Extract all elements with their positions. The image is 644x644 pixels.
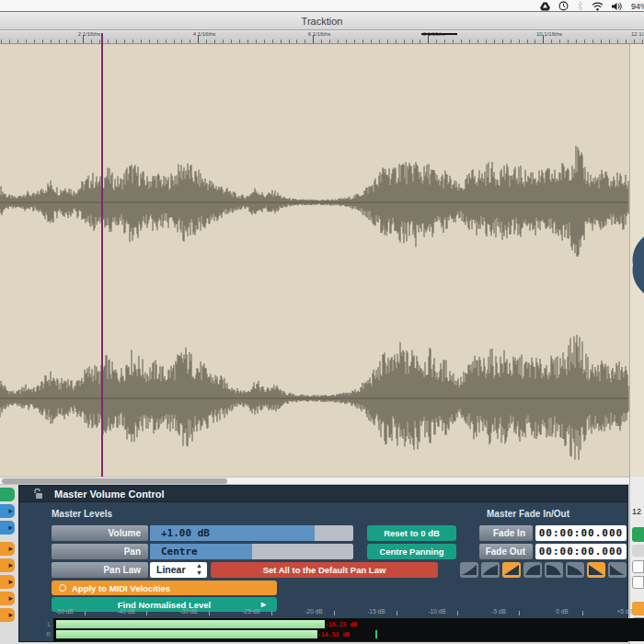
waveform-channel-1 [0, 146, 628, 257]
meter-right-label: R [41, 631, 51, 638]
ruler-minor-tick [329, 40, 330, 43]
sidebar-button-orange[interactable] [632, 602, 644, 615]
sidebar-field-white[interactable] [632, 576, 644, 589]
fade-in-smooth-icon [481, 562, 500, 578]
fade-in-linear-icon [502, 562, 521, 578]
db-scale-tick [85, 611, 86, 615]
db-scale-label: -5 dB [491, 608, 506, 615]
ruler-minor-tick [551, 40, 552, 43]
unlock-icon[interactable] [34, 488, 44, 500]
db-scale-tick [397, 611, 397, 615]
horizontal-scrollbar[interactable] [0, 477, 629, 485]
ruler-minor-tick [601, 40, 602, 43]
master-fade-label: Master Fade In/Out [487, 509, 569, 519]
clip-button-orange[interactable]: ▸ [0, 608, 15, 622]
timeline-ruler[interactable]: 2 1/16ths4 1/16ths6 1/16ths8 1/16ths10 1… [0, 31, 644, 44]
ruler-minor-tick [247, 40, 248, 43]
db-scale-label: -25 dB [242, 608, 259, 615]
fade-out-linear-button[interactable] [587, 562, 605, 578]
clip-button-orange[interactable]: ▸ [0, 542, 15, 556]
clip-button-orange[interactable]: ▸ [0, 575, 15, 589]
db-scale-label: -10 dB [428, 608, 445, 615]
collapsed-panel-tab-icon[interactable] [630, 236, 644, 293]
ruler-minor-tick [281, 40, 282, 43]
centre-panning-button[interactable]: Centre Panning [367, 544, 456, 559]
ruler-minor-tick [354, 40, 355, 43]
ruler-minor-tick [568, 40, 569, 43]
chevron-right-icon: ▸ [8, 610, 13, 619]
ruler-minor-tick [511, 40, 512, 43]
timeline-marker[interactable] [421, 33, 457, 35]
set-default-pan-law-button[interactable]: Set All to the Default Pan Law [211, 562, 438, 578]
ruler-minor-tick [469, 40, 470, 43]
volume-slider[interactable]: +1.00 dB [150, 525, 353, 541]
fade-out-smooth-button[interactable] [566, 562, 584, 578]
db-scale-tick [334, 611, 335, 615]
panel-title: Master Volume Control [54, 489, 165, 500]
fade-out-slow-button[interactable] [608, 562, 627, 578]
pan-slider[interactable]: Centre [150, 544, 353, 559]
pan-label: Pan [52, 544, 148, 559]
ruler-minor-tick [223, 40, 224, 43]
wifi-icon[interactable] [592, 2, 604, 11]
google-drive-icon[interactable] [540, 2, 550, 11]
volume-icon[interactable] [612, 2, 623, 11]
panel-header[interactable]: Master Volume Control [19, 486, 627, 502]
fade-in-fast-button[interactable] [523, 562, 542, 578]
ruler-minor-tick [1, 40, 2, 43]
clip-button-green[interactable] [0, 488, 15, 501]
waveform-display[interactable] [0, 44, 644, 477]
scrollbar-thumb[interactable] [2, 478, 227, 484]
battery-percent: 94% [631, 2, 644, 11]
fade-out-field[interactable]: 00:00:00.000 [535, 544, 627, 559]
apply-midi-label: Apply to MIDI Velocities [72, 583, 170, 593]
ruler-minor-tick [190, 40, 190, 43]
chevron-right-icon: ▸ [8, 577, 13, 586]
time-machine-icon[interactable] [558, 1, 569, 11]
fade-in-linear-button[interactable] [502, 562, 521, 578]
ruler-minor-tick [181, 40, 182, 43]
clip-button-blue[interactable]: ▸ [0, 504, 15, 518]
fade-out-fast-button[interactable] [545, 562, 563, 578]
sidebar-field-white[interactable] [632, 560, 644, 573]
fade-in-smooth-button[interactable] [481, 562, 500, 578]
clip-button-orange[interactable]: ▸ [0, 558, 15, 572]
clip-button-blue[interactable]: ▸ [0, 521, 15, 535]
pan-law-dropdown[interactable]: Linear ▲▼ [150, 562, 207, 578]
macos-menubar: 94% [0, 0, 644, 12]
playback-cursor[interactable] [101, 33, 103, 477]
apply-to-midi-velocities-button[interactable]: Apply to MIDI Velocities [52, 581, 277, 595]
sidebar-button-green[interactable] [632, 527, 644, 542]
ruler-minor-tick [34, 40, 35, 43]
tracktion-window: 94% Tracktion 2 1/16ths4 1/16ths6 1/16th… [0, 0, 644, 644]
db-scale-label: -30 dB [179, 608, 197, 615]
submenu-arrow-icon: ▸ [261, 599, 266, 609]
waveform-baseline [0, 398, 628, 399]
db-scale-label: -50 dB [55, 608, 73, 615]
clip-button-orange[interactable]: ▸ [0, 592, 15, 605]
window-titlebar[interactable]: Tracktion [0, 13, 644, 30]
ruler-minor-tick [527, 40, 528, 43]
window-title: Tracktion [0, 13, 644, 30]
sidebar-button-gray[interactable] [632, 545, 644, 557]
meter-value-left: -18.25 dB [325, 621, 357, 628]
db-scale-label: -40 dB [117, 608, 134, 615]
fade-in-label: Fade In [479, 525, 533, 541]
ruler-minor-tick [289, 40, 290, 43]
bluetooth-icon[interactable] [577, 1, 583, 11]
waveform-channel-2 [0, 335, 628, 460]
fade-in-slow-icon [460, 562, 478, 578]
db-scale-label: -15 dB [367, 608, 385, 615]
ruler-minor-tick [116, 40, 117, 43]
ruler-label: 10 1/16ths [536, 31, 562, 37]
fade-in-field[interactable]: 00:00:00.000 [535, 525, 627, 541]
ruler-label: 6 1/16ths [308, 31, 331, 37]
ruler-minor-tick [477, 40, 478, 43]
db-scale-tick [209, 611, 210, 615]
ruler-minor-tick [642, 40, 643, 43]
reset-to-0db-button[interactable]: Reset to 0 dB [367, 525, 456, 541]
chevron-right-icon: ▸ [8, 560, 13, 569]
pan-value: Centre [161, 546, 198, 558]
meter-value-right: -14.53 dB [317, 631, 350, 638]
fade-in-slow-button[interactable] [460, 562, 478, 578]
